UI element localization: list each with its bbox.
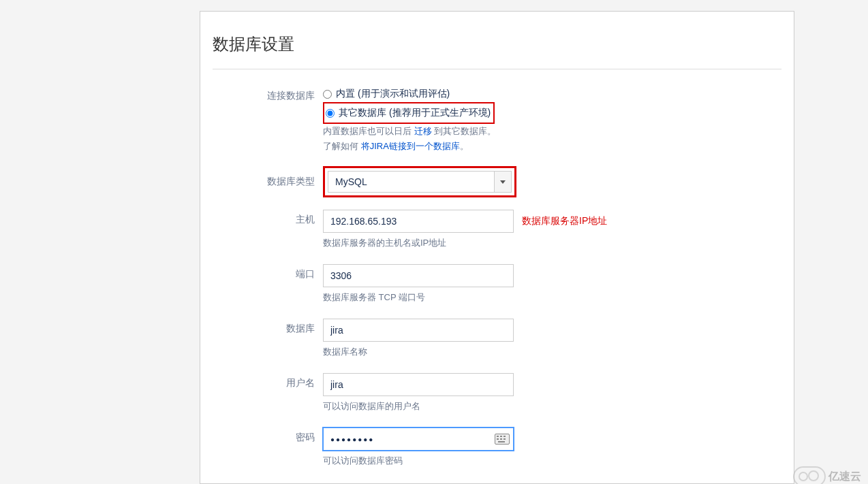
radio-builtin[interactable]: 内置 (用于演示和试用评估) (323, 86, 781, 102)
annotation-host: 数据库服务器IP地址 (522, 215, 607, 227)
row-db-type: 数据库类型 MySQL (213, 166, 781, 197)
radio-builtin-input[interactable] (323, 90, 332, 99)
radio-other-input[interactable] (326, 109, 335, 118)
chevron-down-icon (500, 180, 506, 184)
watermark: 亿速云 (793, 466, 861, 484)
hint-database: 数据库名称 (323, 346, 781, 358)
label-host: 主机 (213, 210, 323, 226)
link-connect-db-doc[interactable]: 将JIRA链接到一个数据库 (361, 141, 460, 151)
label-username: 用户名 (213, 373, 323, 389)
field-database: 数据库名称 (323, 319, 781, 370)
field-connect-db: 内置 (用于演示和试用评估) 其它数据库 (推荐用于正式生产环境) 内置数据库也… (323, 86, 781, 154)
password-wrap (323, 427, 514, 451)
radio-builtin-label: 内置 (用于演示和试用评估) (336, 88, 450, 100)
hint-port: 数据库服务器 TCP 端口号 (323, 291, 781, 304)
port-input[interactable] (323, 264, 514, 287)
help-text-part: 到其它数据库。 (432, 126, 497, 136)
help-text-part: 了解如何 (323, 141, 361, 151)
hint-host: 数据库服务器的主机名或IP地址 (323, 237, 781, 249)
db-type-dropdown-button[interactable] (494, 172, 511, 192)
hint-password: 可以访问数据库密码 (323, 455, 781, 467)
divider (213, 69, 781, 69)
database-input[interactable] (323, 319, 514, 342)
row-host: 主机 数据库服务器IP地址 数据库服务器的主机名或IP地址 (213, 210, 781, 261)
connect-db-help: 内置数据库也可以日后 迁移 到其它数据库。 了解如何 将JIRA链接到一个数据库… (323, 124, 781, 154)
field-host: 数据库服务器IP地址 数据库服务器的主机名或IP地址 (323, 210, 781, 261)
username-input[interactable] (323, 373, 514, 396)
field-username: 可以访问数据库的用户名 (323, 373, 781, 425)
password-input[interactable] (323, 427, 514, 451)
help-text-part: 。 (460, 141, 469, 151)
row-username: 用户名 可以访问数据库的用户名 (213, 373, 781, 425)
label-password: 密码 (213, 427, 323, 444)
label-connect-db: 连接数据库 (213, 86, 323, 102)
row-connect-db: 连接数据库 内置 (用于演示和试用评估) 其它数据库 (推荐用于正式生产环境) … (213, 86, 781, 154)
cloud-icon (793, 466, 826, 484)
row-database: 数据库 数据库名称 (213, 319, 781, 370)
field-password: 可以访问数据库密码 (323, 427, 781, 479)
label-database: 数据库 (213, 319, 323, 335)
page-title: 数据库设置 (213, 33, 781, 55)
host-input[interactable] (323, 210, 514, 233)
hint-username: 可以访问数据库的用户名 (323, 400, 781, 413)
row-password: 密码 可以访问数据库密码 (213, 427, 781, 479)
highlight-db-type: MySQL (323, 166, 516, 197)
settings-panel: 数据库设置 连接数据库 内置 (用于演示和试用评估) 其它数据库 (推荐用于正式… (200, 11, 794, 484)
highlight-other-db: 其它数据库 (推荐用于正式生产环境) (323, 102, 495, 124)
watermark-text: 亿速云 (828, 470, 861, 484)
label-db-type: 数据库类型 (213, 166, 323, 188)
radio-other-label: 其它数据库 (推荐用于正式生产环境) (339, 107, 491, 119)
keyboard-icon[interactable] (495, 434, 510, 445)
row-port: 端口 数据库服务器 TCP 端口号 (213, 264, 781, 316)
label-port: 端口 (213, 264, 323, 280)
field-db-type: MySQL (323, 166, 781, 197)
radio-other[interactable]: 其它数据库 (推荐用于正式生产环境) (326, 105, 491, 121)
db-type-value: MySQL (328, 176, 494, 187)
link-migrate[interactable]: 迁移 (414, 126, 432, 136)
field-port: 数据库服务器 TCP 端口号 (323, 264, 781, 316)
db-type-select[interactable]: MySQL (328, 171, 512, 193)
help-text-part: 内置数据库也可以日后 (323, 126, 414, 136)
